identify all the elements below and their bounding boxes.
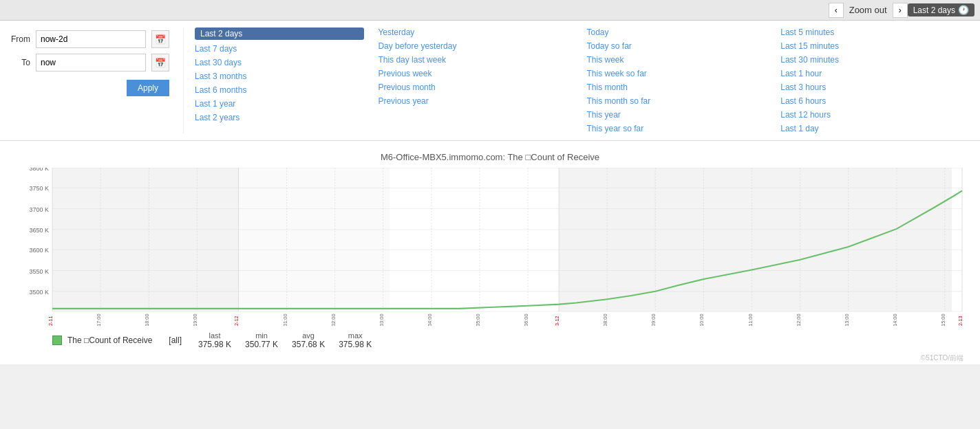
- svg-text:11:00: 11:00: [748, 314, 754, 326]
- to-row: To 📅: [11, 54, 169, 72]
- quick-select-col3: Today Today so far This week This week s…: [587, 28, 781, 133]
- svg-text:19:00: 19:00: [193, 314, 199, 326]
- qs-this-month-so-far[interactable]: This month so far: [587, 96, 767, 106]
- qs-day-before-yesterday[interactable]: Day before yesterday: [378, 41, 573, 51]
- legend-stats: last 375.98 K min 350.77 K avg 357.68 K …: [198, 331, 372, 349]
- svg-text:12-12: 12-12: [235, 316, 240, 326]
- stat-min-label: min: [255, 331, 268, 340]
- svg-rect-2: [559, 168, 952, 311]
- stat-last: last 375.98 K: [198, 331, 231, 349]
- legend-filter-label: [all]: [169, 336, 182, 345]
- qs-this-year[interactable]: This year: [587, 110, 767, 120]
- svg-text:01:00: 01:00: [283, 314, 288, 326]
- chart-container: M6-Office-MBX5.immomo.com: The □Count of…: [0, 141, 980, 364]
- svg-text:06:00: 06:00: [524, 314, 529, 326]
- quick-select-col4: Last 5 minutes Last 15 minutes Last 30 m…: [780, 28, 969, 133]
- qs-last-2-days[interactable]: Last 2 days: [195, 28, 364, 40]
- to-calendar-button[interactable]: 📅: [151, 54, 169, 72]
- svg-text:12:00: 12:00: [796, 314, 802, 326]
- qs-last-1-year[interactable]: Last 1 year: [195, 99, 364, 109]
- svg-text:13:00: 13:00: [844, 314, 850, 326]
- chart-title: M6-Office-MBX5.immomo.com: The □Count of…: [11, 152, 969, 162]
- svg-text:3700 K: 3700 K: [30, 206, 50, 213]
- from-input[interactable]: [36, 30, 146, 48]
- svg-text:13-12: 13-12: [555, 316, 560, 326]
- qs-last-30-days[interactable]: Last 30 days: [195, 58, 364, 67]
- qs-this-week[interactable]: This week: [587, 55, 767, 65]
- svg-text:3550 K: 3550 K: [30, 268, 50, 275]
- qs-last-7-days[interactable]: Last 7 days: [195, 44, 364, 54]
- qs-today[interactable]: Today: [587, 28, 767, 37]
- svg-text:3500 K: 3500 K: [30, 289, 50, 296]
- qs-last-3-months[interactable]: Last 3 months: [195, 72, 364, 81]
- stat-max-label: max: [348, 331, 363, 340]
- svg-text:3650 K: 3650 K: [30, 227, 50, 234]
- stat-min-value: 350.77 K: [245, 340, 278, 349]
- qs-this-day-last-week[interactable]: This day last week: [378, 55, 573, 65]
- qs-previous-week[interactable]: Previous week: [378, 69, 573, 78]
- qs-last-1-day[interactable]: Last 1 day: [780, 124, 955, 133]
- svg-text:08:00: 08:00: [603, 314, 608, 326]
- qs-previous-month[interactable]: Previous month: [378, 82, 573, 92]
- svg-text:05:00: 05:00: [476, 314, 481, 326]
- qs-this-year-so-far[interactable]: This year so far: [587, 124, 767, 133]
- nav-prev-button[interactable]: ‹: [829, 3, 844, 18]
- svg-text:3750 K: 3750 K: [30, 185, 50, 192]
- from-calendar-button[interactable]: 📅: [151, 30, 169, 48]
- svg-text:14:00: 14:00: [893, 314, 898, 326]
- svg-text:12-11: 12-11: [48, 316, 54, 326]
- qs-yesterday[interactable]: Yesterday: [378, 28, 573, 37]
- legend-series-label: The □Count of Receive: [67, 336, 152, 345]
- last-2days-badge: Last 2 days 🕐: [908, 3, 974, 16]
- qs-last-5-minutes[interactable]: Last 5 minutes: [780, 28, 955, 37]
- stat-min: min 350.77 K: [245, 331, 278, 349]
- chart-svg-wrap: 3800 K 3750 K 3700 K 3650 K 3600 K 3550 …: [11, 168, 969, 326]
- chart-svg: 3800 K 3750 K 3700 K 3650 K 3600 K 3550 …: [11, 168, 969, 326]
- watermark: ©51CTO/前端: [11, 352, 969, 364]
- legend-item: The □Count of Receive: [52, 336, 152, 345]
- svg-text:03:00: 03:00: [379, 314, 385, 326]
- svg-text:3600 K: 3600 K: [30, 247, 50, 254]
- legend-color-box: [52, 336, 62, 345]
- date-form: From 📅 To 📅 Apply: [11, 28, 169, 96]
- qs-today-so-far[interactable]: Today so far: [587, 41, 767, 51]
- stat-max: max 375.98 K: [339, 331, 372, 349]
- quick-select-col2: Yesterday Day before yesterday This day …: [378, 28, 586, 133]
- apply-button[interactable]: Apply: [127, 80, 169, 96]
- stat-avg: avg 357.68 K: [292, 331, 325, 349]
- svg-text:3800 K: 3800 K: [30, 168, 50, 172]
- qs-last-12-hours[interactable]: Last 12 hours: [780, 110, 955, 120]
- svg-text:04:00: 04:00: [427, 314, 433, 326]
- qs-last-1-hour[interactable]: Last 1 hour: [780, 69, 955, 78]
- from-row: From 📅: [11, 30, 169, 48]
- date-panel: From 📅 To 📅 Apply Last 2 days Last 7 day…: [0, 21, 980, 141]
- qs-last-15-minutes[interactable]: Last 15 minutes: [780, 41, 955, 51]
- top-toolbar: ‹ Zoom out › Last 2 days 🕐: [0, 0, 980, 21]
- clock-icon: 🕐: [958, 5, 969, 15]
- svg-rect-1: [238, 168, 390, 311]
- legend: The □Count of Receive [all] last 375.98 …: [11, 326, 969, 352]
- qs-last-3-hours[interactable]: Last 3 hours: [780, 82, 955, 92]
- qs-last-6-hours[interactable]: Last 6 hours: [780, 96, 955, 106]
- stat-max-value: 375.98 K: [339, 340, 372, 349]
- svg-text:02:00: 02:00: [331, 314, 337, 326]
- svg-text:09:00: 09:00: [651, 314, 657, 326]
- zoom-out-button[interactable]: Zoom out: [844, 3, 893, 16]
- quick-select-panel: Last 2 days Last 7 days Last 30 days Las…: [183, 28, 969, 133]
- stat-avg-value: 357.68 K: [292, 340, 325, 349]
- svg-text:17:00: 17:00: [96, 314, 102, 326]
- qs-last-30-minutes[interactable]: Last 30 minutes: [780, 55, 955, 65]
- stat-last-value: 375.98 K: [198, 340, 231, 349]
- svg-text:10:00: 10:00: [700, 314, 705, 326]
- to-label: To: [11, 58, 30, 67]
- to-input[interactable]: [36, 54, 146, 72]
- qs-this-week-so-far[interactable]: This week so far: [587, 69, 767, 78]
- qs-this-month[interactable]: This month: [587, 82, 767, 92]
- stat-avg-label: avg: [302, 331, 315, 340]
- qs-last-2-years[interactable]: Last 2 years: [195, 113, 364, 122]
- qs-last-6-months[interactable]: Last 6 months: [195, 85, 364, 95]
- qs-previous-year[interactable]: Previous year: [378, 96, 573, 106]
- svg-text:12-13: 12-13: [958, 316, 963, 326]
- nav-next-button[interactable]: ›: [893, 3, 908, 18]
- svg-text:18:00: 18:00: [145, 314, 150, 326]
